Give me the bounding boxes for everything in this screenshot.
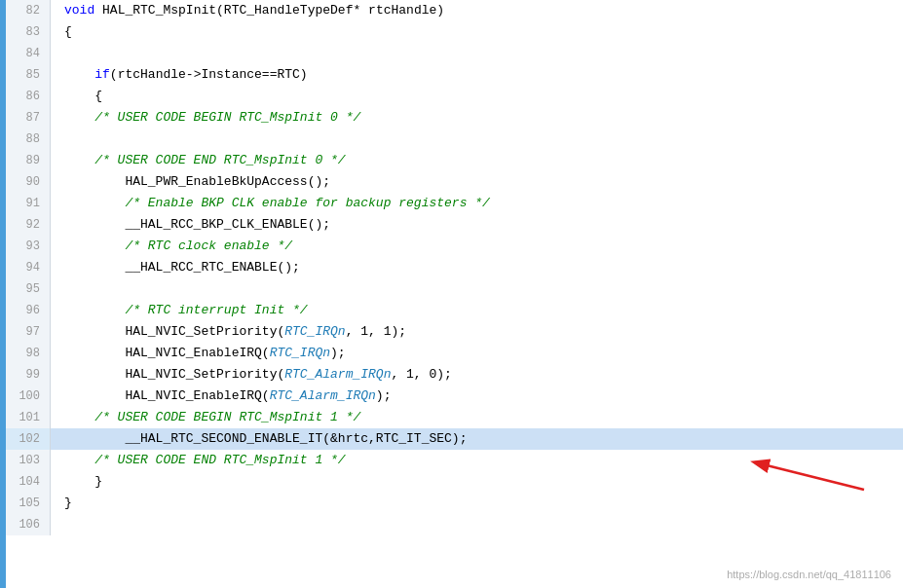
- line-content: /* RTC interrupt Init */: [51, 300, 903, 321]
- line-content: /* USER CODE END RTC_MspInit 0 */: [51, 150, 903, 171]
- code-line: 106: [6, 514, 903, 535]
- line-content: HAL_NVIC_SetPriority(RTC_Alarm_IRQn, 1, …: [51, 364, 903, 386]
- line-content: {: [51, 21, 903, 43]
- line-content: /* USER CODE BEGIN RTC_MspInit 1 */: [51, 407, 903, 428]
- code-line: 93 /* RTC clock enable */: [6, 236, 903, 257]
- code-line: 88: [6, 129, 903, 150]
- line-content: HAL_NVIC_EnableIRQ(RTC_Alarm_IRQn);: [51, 386, 903, 407]
- code-line: 95: [6, 278, 903, 300]
- line-number: 88: [6, 129, 51, 150]
- line-number: 91: [6, 193, 51, 214]
- code-line: 103 /* USER CODE END RTC_MspInit 1 */: [6, 450, 903, 471]
- line-content: {: [51, 86, 903, 107]
- line-number: 104: [6, 471, 51, 493]
- line-number: 86: [6, 86, 51, 107]
- code-line: 89 /* USER CODE END RTC_MspInit 0 */: [6, 150, 903, 171]
- line-content: __HAL_RCC_RTC_ENABLE();: [51, 257, 903, 278]
- line-number: 97: [6, 321, 51, 343]
- code-line: 99 HAL_NVIC_SetPriority(RTC_Alarm_IRQn, …: [6, 364, 903, 386]
- left-accent-bar: [0, 0, 6, 588]
- code-line: 98 HAL_NVIC_EnableIRQ(RTC_IRQn);: [6, 343, 903, 364]
- code-line: 83 {: [6, 21, 903, 43]
- code-line: 97 HAL_NVIC_SetPriority(RTC_IRQn, 1, 1);: [6, 321, 903, 343]
- line-number: 89: [6, 150, 51, 171]
- line-number: 105: [6, 493, 51, 514]
- code-line: 85 if(rtcHandle->Instance==RTC): [6, 64, 903, 86]
- line-content: [51, 43, 903, 64]
- line-number: 84: [6, 43, 51, 64]
- line-number: 90: [6, 171, 51, 193]
- code-line: 100 HAL_NVIC_EnableIRQ(RTC_Alarm_IRQn);: [6, 386, 903, 407]
- line-content: }: [51, 493, 903, 514]
- code-line: 101 /* USER CODE BEGIN RTC_MspInit 1 */: [6, 407, 903, 428]
- code-lines: 82 void HAL_RTC_MspInit(RTC_HandleTypeDe…: [6, 0, 903, 535]
- line-content: /* Enable BKP CLK enable for backup regi…: [51, 193, 903, 214]
- line-number: 87: [6, 107, 51, 129]
- line-content: if(rtcHandle->Instance==RTC): [51, 64, 903, 86]
- line-number: 93: [6, 236, 51, 257]
- code-line: 104 }: [6, 471, 903, 493]
- line-content: /* USER CODE END RTC_MspInit 1 */: [51, 450, 903, 471]
- line-content: HAL_NVIC_SetPriority(RTC_IRQn, 1, 1);: [51, 321, 903, 343]
- code-line: 84: [6, 43, 903, 64]
- line-number: 94: [6, 257, 51, 278]
- code-editor: 82 void HAL_RTC_MspInit(RTC_HandleTypeDe…: [0, 0, 903, 588]
- line-number: 96: [6, 300, 51, 321]
- code-line: 96 /* RTC interrupt Init */: [6, 300, 903, 321]
- line-number: 101: [6, 407, 51, 428]
- line-number: 100: [6, 386, 51, 407]
- line-number: 95: [6, 278, 51, 300]
- line-content: __HAL_RCC_BKP_CLK_ENABLE();: [51, 214, 903, 236]
- line-number: 85: [6, 64, 51, 86]
- line-number: 99: [6, 364, 51, 386]
- line-content: HAL_PWR_EnableBkUpAccess();: [51, 171, 903, 193]
- line-number: 102: [6, 428, 51, 450]
- watermark: https://blog.csdn.net/qq_41811106: [727, 569, 891, 580]
- line-content: /* USER CODE BEGIN RTC_MspInit 0 */: [51, 107, 903, 129]
- line-number: 82: [6, 0, 51, 21]
- line-number: 92: [6, 214, 51, 236]
- line-content: void HAL_RTC_MspInit(RTC_HandleTypeDef* …: [51, 0, 903, 21]
- line-number: 103: [6, 450, 51, 471]
- line-number: 83: [6, 21, 51, 43]
- code-line: 86 {: [6, 86, 903, 107]
- code-line: 94 __HAL_RCC_RTC_ENABLE();: [6, 257, 903, 278]
- line-number: 98: [6, 343, 51, 364]
- line-content: [51, 514, 903, 535]
- line-number: 106: [6, 514, 51, 535]
- line-content: /* RTC clock enable */: [51, 236, 903, 257]
- code-line: 90 HAL_PWR_EnableBkUpAccess();: [6, 171, 903, 193]
- line-content: __HAL_RTC_SECOND_ENABLE_IT(&hrtc,RTC_IT_…: [51, 428, 903, 450]
- code-line: 91 /* Enable BKP CLK enable for backup r…: [6, 193, 903, 214]
- line-content: [51, 278, 903, 300]
- line-content: HAL_NVIC_EnableIRQ(RTC_IRQn);: [51, 343, 903, 364]
- line-content: [51, 129, 903, 150]
- code-line: 82 void HAL_RTC_MspInit(RTC_HandleTypeDe…: [6, 0, 903, 21]
- code-line: 87 /* USER CODE BEGIN RTC_MspInit 0 */: [6, 107, 903, 129]
- code-line: 105 }: [6, 493, 903, 514]
- line-content: }: [51, 471, 903, 493]
- code-line: 92 __HAL_RCC_BKP_CLK_ENABLE();: [6, 214, 903, 236]
- highlighted-code-line: 102 __HAL_RTC_SECOND_ENABLE_IT(&hrtc,RTC…: [6, 428, 903, 450]
